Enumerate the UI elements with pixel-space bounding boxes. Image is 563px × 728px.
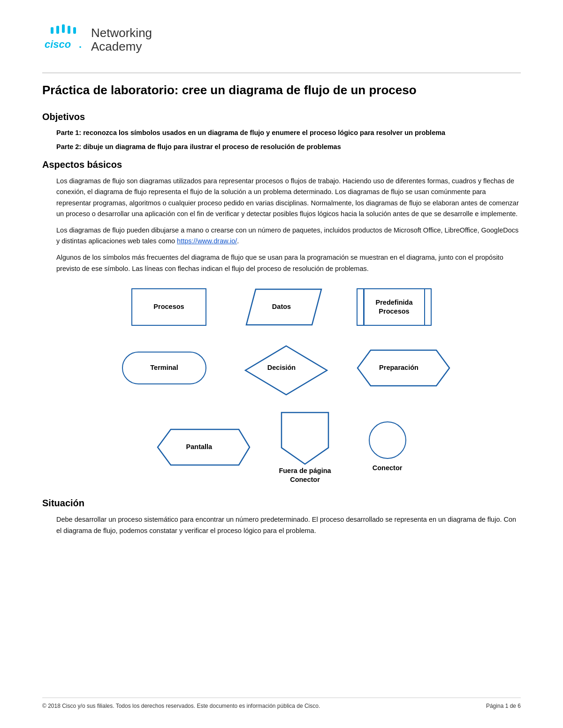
footer-copyright: © 2018 Cisco y/o sus filiales. Todos los… [42, 703, 320, 709]
aspectos-para2-after: . [237, 237, 239, 245]
symbol-conector: Conector [369, 421, 406, 473]
fuerapagina-svg [279, 410, 331, 466]
terminal-label: Terminal [150, 363, 178, 372]
objetivos-parte1: Parte 1: reconozca los símbolos usados e… [56, 128, 521, 138]
symbol-terminal: Terminal [122, 352, 206, 384]
svg-marker-11 [282, 413, 328, 464]
shape-preparacion: Preparación [357, 349, 441, 387]
svg-rect-3 [68, 26, 70, 34]
situacion-heading: Situación [42, 498, 521, 509]
svg-rect-4 [73, 27, 76, 34]
objetivos-content: Parte 1: reconozca los símbolos usados e… [42, 128, 521, 152]
symbol-predefinida: Predefinida Procesos [357, 288, 432, 326]
svg-rect-2 [56, 26, 59, 34]
page: cisco . Networking Academy Práctica de l… [0, 0, 563, 728]
conector-label: Conector [373, 464, 403, 473]
aspectos-para2-before: Los diagramas de flujo pueden dibujarse … [56, 226, 518, 245]
predefinida-label: Predefinida Procesos [376, 298, 413, 316]
symbol-procesos: Procesos [131, 288, 206, 326]
symbol-decision: Decisión [244, 345, 319, 391]
title-divider [42, 73, 521, 73]
symbol-pantalla: Pantalla [157, 428, 241, 466]
academy-text: Networking Academy [91, 26, 152, 53]
procesos-label: Procesos [153, 302, 184, 311]
fuerapagina-label: Fuera de página Conector [279, 466, 331, 484]
preparacion-label: Preparación [379, 363, 418, 372]
symbol-preparacion: Preparación [357, 349, 441, 387]
shape-procesos: Procesos [131, 288, 206, 326]
objetivos-heading: Objetivos [42, 112, 521, 122]
situacion-para1: Debe desarrollar un proceso sistemático … [56, 514, 521, 536]
shape-fuerapagina [279, 410, 331, 462]
objetivos-parte2: Parte 2: dibuje un diagrama de flujo par… [56, 142, 521, 152]
shape-terminal: Terminal [122, 352, 206, 384]
logo-area: cisco . Networking Academy [42, 23, 521, 56]
aspectos-para2: Los diagramas de flujo pueden dibujarse … [56, 225, 521, 247]
svg-text:.: . [79, 38, 82, 50]
datos-label: Datos [272, 302, 291, 311]
symbol-datos: Datos [244, 288, 319, 326]
aspectos-para1: Los diagramas de flujo son diagramas uti… [56, 176, 521, 219]
svg-rect-0 [62, 24, 65, 33]
footer: © 2018 Cisco y/o sus filiales. Todos los… [42, 698, 521, 709]
cisco-logo: cisco . [42, 23, 84, 56]
main-title: Práctica de laboratorio: cree un diagram… [42, 83, 521, 98]
shape-pantalla: Pantalla [157, 428, 241, 466]
aspectos-content: Los diagramas de flujo son diagramas uti… [42, 176, 521, 274]
networking-label: Networking [91, 26, 152, 40]
situacion-content: Debe desarrollar un proceso sistemático … [42, 514, 521, 536]
symbols-row-3: Pantalla Fuera de página Conector [42, 410, 521, 484]
pantalla-label: Pantalla [186, 443, 213, 451]
shape-datos: Datos [244, 288, 319, 326]
draw-io-link[interactable]: https://www.draw.io/ [177, 237, 237, 245]
aspectos-para3: Algunos de los símbolos más frecuentes d… [56, 252, 521, 274]
footer-page: Página 1 de 6 [486, 703, 521, 709]
aspectos-heading: Aspectos básicos [42, 159, 521, 170]
shape-predefinida: Predefinida Procesos [357, 288, 432, 326]
symbols-container: Procesos Datos Predefinida Procesos [42, 288, 521, 484]
symbols-row-2: Terminal Decisión Preparación [42, 345, 521, 391]
cisco-icon: cisco . [42, 23, 84, 54]
symbols-row-1: Procesos Datos Predefinida Procesos [42, 288, 521, 326]
academy-label: Academy [91, 40, 152, 53]
decision-label: Decisión [267, 363, 296, 372]
svg-text:cisco: cisco [45, 38, 71, 50]
shape-decision: Decisión [244, 345, 319, 391]
shape-conector [369, 421, 406, 459]
symbol-fuerapagina: Fuera de página Conector [279, 410, 331, 484]
svg-rect-1 [51, 27, 53, 34]
